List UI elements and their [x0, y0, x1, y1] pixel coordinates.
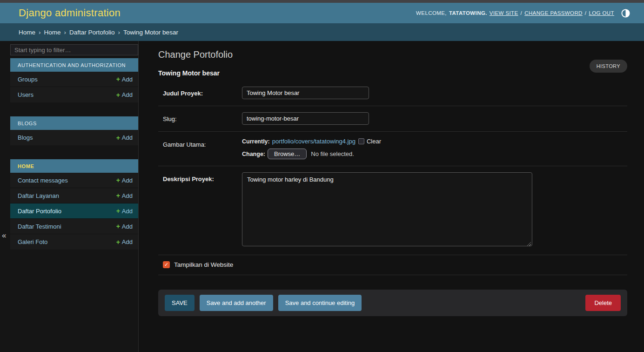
- plus-icon: +: [116, 223, 120, 230]
- module-home: HOME Contact messages + Add Daftar Layan…: [10, 159, 138, 250]
- breadcrumb-home-app[interactable]: Home: [44, 29, 61, 36]
- blogs-link[interactable]: Blogs: [18, 134, 33, 141]
- browse-button[interactable]: Browse…: [268, 149, 307, 159]
- plus-icon: +: [116, 238, 120, 246]
- save-and-add-another-button[interactable]: Save and add another: [200, 295, 273, 311]
- add-daftar-testimoni-link[interactable]: + Add: [116, 223, 133, 230]
- no-file-text: No file selected.: [311, 150, 354, 157]
- add-label: Add: [122, 208, 133, 215]
- field-row-deskripsi-proyek: Deskripsi Proyek: Towing motor harley di…: [158, 166, 627, 255]
- sidebar-item-users[interactable]: Users + Add: [10, 87, 138, 102]
- add-label: Add: [122, 177, 133, 184]
- add-label: Add: [122, 134, 133, 141]
- add-label: Add: [122, 223, 133, 230]
- plus-icon: +: [116, 134, 120, 142]
- plus-icon: +: [116, 207, 120, 215]
- slug-input[interactable]: [242, 112, 369, 125]
- sidebar-item-daftar-portofolio[interactable]: Daftar Portofolio + Add: [10, 203, 138, 219]
- add-users-link[interactable]: + Add: [116, 91, 133, 99]
- field-row-tampilkan: ✓ Tampilkan di Website: [158, 255, 627, 275]
- breadcrumb-daftar-portofolio[interactable]: Daftar Portofolio: [69, 29, 115, 36]
- view-site-link[interactable]: VIEW SITE: [490, 10, 518, 16]
- username: TATATOWING.: [449, 10, 487, 16]
- groups-link[interactable]: Groups: [18, 76, 38, 83]
- sidebar-collapse-icon[interactable]: «: [2, 231, 6, 240]
- theme-toggle-icon[interactable]: [621, 9, 630, 18]
- welcome-text: WELCOME,: [416, 10, 447, 16]
- add-contact-messages-link[interactable]: + Add: [116, 176, 133, 184]
- field-row-slug: Slug:: [158, 106, 627, 132]
- admin-header: Django administration WELCOME, TATATOWIN…: [0, 3, 644, 23]
- plus-icon: +: [116, 91, 120, 99]
- object-title: Towing Motor besar: [158, 69, 627, 77]
- sidebar-item-daftar-testimoni[interactable]: Daftar Testimoni + Add: [10, 219, 138, 234]
- site-title[interactable]: Django administration: [19, 7, 121, 19]
- change-password-link[interactable]: CHANGE PASSWORD: [524, 10, 583, 16]
- add-daftar-portofolio-link[interactable]: + Add: [116, 207, 133, 215]
- change-form: Judul Proyek: Slug: Gambar Utama:: [158, 81, 627, 316]
- plus-icon: +: [116, 176, 120, 184]
- daftar-layanan-link[interactable]: Daftar Layanan: [18, 192, 59, 199]
- breadcrumb-separator: ›: [64, 29, 67, 36]
- daftar-portofolio-link[interactable]: Daftar Portofolio: [18, 208, 61, 215]
- module-blogs: BLOGS Blogs + Add: [10, 116, 138, 145]
- tampilkan-label: Tampilkan di Website: [174, 261, 233, 268]
- add-label: Add: [122, 238, 133, 245]
- sidebar-item-daftar-layanan[interactable]: Daftar Layanan + Add: [10, 188, 138, 203]
- add-galeri-foto-link[interactable]: + Add: [116, 238, 133, 246]
- add-blogs-link[interactable]: + Add: [116, 134, 133, 142]
- sidebar-item-contact-messages[interactable]: Contact messages + Add: [10, 173, 138, 188]
- section-home-header[interactable]: HOME: [10, 159, 138, 173]
- submit-row: SAVE Save and add another Save and conti…: [158, 290, 627, 316]
- galeri-foto-link[interactable]: Galeri Foto: [18, 238, 47, 245]
- history-button[interactable]: HISTORY: [590, 60, 627, 73]
- breadcrumb-home[interactable]: Home: [19, 29, 35, 36]
- nav-sidebar: « AUTHENTICATION AND AUTHORIZATION Group…: [0, 41, 139, 352]
- sidebar-item-galeri-foto[interactable]: Galeri Foto + Add: [10, 234, 138, 250]
- add-label: Add: [122, 76, 133, 83]
- field-row-judul-proyek: Judul Proyek:: [158, 81, 627, 106]
- add-groups-link[interactable]: + Add: [116, 75, 133, 83]
- link-separator: /: [585, 10, 587, 16]
- module-auth: AUTHENTICATION AND AUTHORIZATION Groups …: [10, 58, 138, 102]
- django-admin-window: Django administration WELCOME, TATATOWIN…: [0, 0, 644, 352]
- judul-proyek-label: Judul Proyek:: [158, 87, 242, 99]
- breadcrumb: Home › Home › Daftar Portofolio › Towing…: [0, 23, 644, 41]
- section-auth-header[interactable]: AUTHENTICATION AND AUTHORIZATION: [10, 58, 138, 72]
- contact-messages-link[interactable]: Contact messages: [18, 177, 68, 184]
- deskripsi-proyek-textarea[interactable]: Towing motor harley di Bandung: [242, 172, 532, 246]
- current-file-link[interactable]: portfolio/covers/tatatowing4.jpg: [272, 138, 356, 145]
- clear-checkbox[interactable]: [358, 138, 364, 144]
- daftar-testimoni-link[interactable]: Daftar Testimoni: [18, 223, 61, 230]
- main-content: Change Portofolio HISTORY Towing Motor b…: [139, 41, 644, 352]
- slug-label: Slug:: [158, 112, 242, 125]
- add-daftar-layanan-link[interactable]: + Add: [116, 192, 133, 199]
- tampilkan-checkbox[interactable]: ✓: [163, 261, 170, 268]
- clear-label: Clear: [367, 138, 381, 145]
- plus-icon: +: [116, 75, 120, 83]
- save-button[interactable]: SAVE: [165, 295, 195, 311]
- add-label: Add: [122, 91, 133, 98]
- sidebar-item-groups[interactable]: Groups + Add: [10, 72, 138, 87]
- users-link[interactable]: Users: [18, 91, 34, 98]
- breadcrumb-current: Towing Motor besar: [123, 29, 178, 36]
- judul-proyek-input[interactable]: [242, 87, 369, 99]
- gambar-utama-label: Gambar Utama:: [158, 138, 242, 159]
- sidebar-item-blogs[interactable]: Blogs + Add: [10, 130, 138, 145]
- save-and-continue-editing-button[interactable]: Save and continue editing: [278, 295, 362, 311]
- plus-icon: +: [116, 192, 120, 199]
- log-out-link[interactable]: LOG OUT: [589, 10, 614, 16]
- delete-button[interactable]: Delete: [585, 295, 621, 311]
- user-tools: WELCOME, TATATOWING. VIEW SITE / CHANGE …: [416, 9, 630, 18]
- link-separator: /: [521, 10, 523, 16]
- deskripsi-proyek-label: Deskripsi Proyek:: [158, 172, 242, 248]
- breadcrumb-separator: ›: [39, 29, 41, 36]
- section-blogs-header[interactable]: BLOGS: [10, 116, 138, 130]
- change-label: Change:: [242, 151, 265, 157]
- breadcrumb-separator: ›: [118, 29, 121, 36]
- field-row-gambar-utama: Gambar Utama: Currently: portfolio/cover…: [158, 132, 627, 166]
- add-label: Add: [122, 192, 133, 199]
- page-title: Change Portofolio: [158, 49, 627, 60]
- currently-label: Currently:: [242, 138, 270, 145]
- sidebar-filter-input[interactable]: [10, 44, 138, 55]
